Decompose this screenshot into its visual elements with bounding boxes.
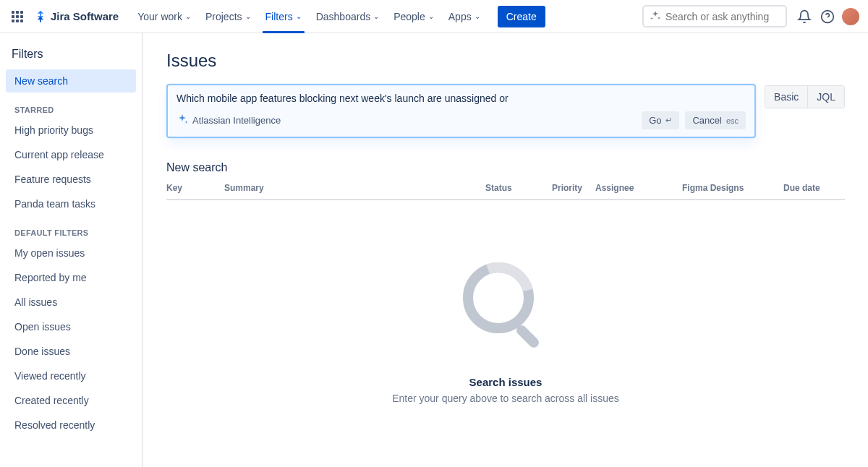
jira-logo-icon: [33, 9, 48, 24]
sidebar: Filters New search STARRED High priority…: [0, 33, 143, 467]
sidebar-item-open-issues[interactable]: Open issues: [6, 315, 136, 338]
col-due[interactable]: Due date: [783, 183, 845, 193]
col-priority[interactable]: Priority: [552, 183, 595, 193]
nav-items: Your work⌄ Projects⌄ Filters⌄ Dashboards…: [130, 0, 545, 33]
sidebar-item-resolved-recently[interactable]: Resolved recently: [6, 414, 136, 437]
nav-your-work[interactable]: Your work⌄: [130, 0, 198, 33]
chevron-down-icon: ⌄: [296, 12, 302, 20]
create-button[interactable]: Create: [498, 6, 545, 27]
jira-logo[interactable]: Jira Software: [33, 9, 119, 24]
col-assignee[interactable]: Assignee: [595, 183, 682, 193]
sparkle-icon: [176, 113, 188, 127]
sidebar-item-created-recently[interactable]: Created recently: [6, 389, 136, 412]
col-summary[interactable]: Summary: [224, 183, 485, 193]
chevron-down-icon: ⌄: [373, 12, 379, 20]
global-search-input[interactable]: [665, 11, 792, 22]
app-switcher-icon[interactable]: [9, 8, 26, 25]
sidebar-default-heading: DEFAULT FILTERS: [6, 217, 136, 241]
nav-dashboards[interactable]: Dashboards⌄: [309, 0, 387, 33]
help-icon[interactable]: [816, 5, 839, 28]
empty-state-subtitle: Enter your query above to search across …: [166, 393, 845, 404]
user-avatar[interactable]: [842, 8, 859, 25]
sidebar-item-feature-requests[interactable]: Feature requests: [6, 168, 136, 191]
ai-label: Atlassian Intelligence: [192, 115, 281, 126]
sidebar-item-current-app-release[interactable]: Current app release: [6, 143, 136, 166]
svg-rect-3: [514, 323, 541, 350]
sidebar-item-high-priority-bugs[interactable]: High priority bugs: [6, 119, 136, 142]
table-header: Key Summary Status Priority Assignee Fig…: [166, 183, 845, 200]
basic-toggle[interactable]: Basic: [765, 86, 808, 108]
ai-search-container: Atlassian Intelligence Go ↵ Cancel esc: [166, 84, 756, 138]
nav-projects[interactable]: Projects⌄: [198, 0, 258, 33]
sidebar-new-search[interactable]: New search: [6, 69, 136, 93]
ai-badge: Atlassian Intelligence: [176, 113, 281, 127]
top-navigation: Jira Software Your work⌄ Projects⌄ Filte…: [0, 0, 868, 33]
col-status[interactable]: Status: [485, 183, 552, 193]
col-key[interactable]: Key: [166, 183, 224, 193]
chevron-down-icon: ⌄: [245, 12, 251, 20]
nav-filters[interactable]: Filters⌄: [258, 0, 309, 33]
enter-key-icon: ↵: [665, 116, 672, 125]
go-button[interactable]: Go ↵: [642, 111, 679, 129]
cancel-button[interactable]: Cancel esc: [685, 111, 746, 129]
sidebar-title: Filters: [6, 48, 136, 69]
magnifier-icon: [166, 258, 845, 361]
global-search[interactable]: [642, 5, 787, 27]
esc-key-hint: esc: [726, 116, 739, 125]
main-content: Issues Atlassian Intelligence Go: [143, 33, 868, 467]
ai-search-input[interactable]: [176, 93, 746, 104]
sidebar-item-my-open-issues[interactable]: My open issues: [6, 241, 136, 265]
nav-apps[interactable]: Apps⌄: [441, 0, 488, 33]
chevron-down-icon: ⌄: [475, 12, 480, 20]
jql-toggle[interactable]: JQL: [808, 86, 844, 108]
col-figma[interactable]: Figma Designs: [682, 183, 783, 193]
section-title: New search: [166, 161, 845, 174]
logo-text: Jira Software: [51, 10, 119, 22]
notifications-icon[interactable]: [793, 5, 816, 28]
sidebar-starred-heading: STARRED: [6, 94, 136, 119]
sidebar-item-all-issues[interactable]: All issues: [6, 291, 136, 314]
sidebar-item-viewed-recently[interactable]: Viewed recently: [6, 364, 136, 387]
sparkle-icon: [650, 9, 661, 23]
chevron-down-icon: ⌄: [185, 12, 191, 20]
nav-people[interactable]: People⌄: [386, 0, 441, 33]
page-title: Issues: [166, 51, 845, 71]
empty-state-title: Search issues: [166, 376, 845, 388]
sidebar-item-panda-team-tasks[interactable]: Panda team tasks: [6, 192, 136, 215]
sidebar-item-reported-by-me[interactable]: Reported by me: [6, 266, 136, 289]
sidebar-item-done-issues[interactable]: Done issues: [6, 340, 136, 363]
empty-state: Search issues Enter your query above to …: [166, 200, 845, 433]
chevron-down-icon: ⌄: [428, 12, 434, 20]
